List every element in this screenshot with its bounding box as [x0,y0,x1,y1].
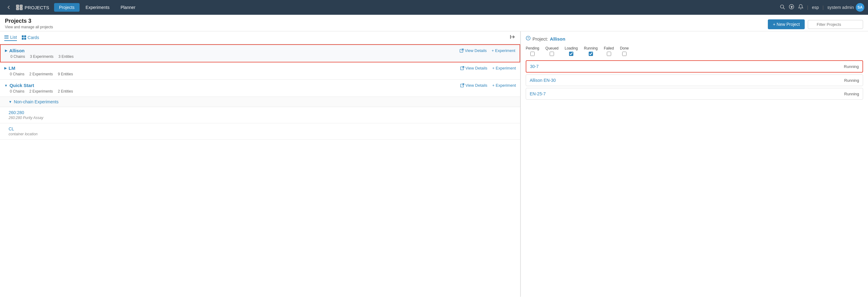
filter-pending-label: Pending [526,46,539,51]
svg-rect-10 [4,38,9,38]
project-name-lm[interactable]: LM [9,65,16,71]
collapse-panel-button[interactable] [510,34,516,41]
experiments-lm: 2 Experiments [29,72,53,76]
page-info: Projects 3 View and manage all projects [5,18,53,29]
project-meta-allison: 0 Chains 3 Experiments 3 Entities [10,54,515,59]
view-details-allison[interactable]: View Details [460,48,487,53]
view-details-lm[interactable]: View Details [460,66,487,70]
filter-failed-checkbox[interactable] [607,52,611,56]
view-details-label-lm: View Details [465,66,487,70]
project-row-left-allison: ▶ Allison [5,48,25,53]
sub-section-nonchain: ▼ Non-chain Experiments [0,97,520,107]
project-list: ▶ Allison View Details [0,44,520,297]
project-row-header-lm: ▶ LM View Details [4,65,516,71]
svg-rect-8 [4,35,9,36]
project-row-lm: ▶ LM View Details [0,62,520,80]
app-header: PROJECTS Projects Experiments Planner ? … [0,0,868,15]
left-panel: List Cards [0,31,521,297]
project-actions-lm: View Details + Experiment [460,66,516,70]
filter-failed: Failed [604,46,614,56]
help-icon[interactable]: ? [789,4,794,11]
project-name-quickstart[interactable]: Quick Start [9,83,34,88]
add-experiment-allison[interactable]: + Experiment [492,48,515,53]
chevron-right-icon-allison[interactable]: ▶ [5,49,7,53]
app-logo: PROJECTS [16,5,49,10]
project-row-header-quickstart: ▼ Quick Start View Details [4,83,516,88]
add-experiment-lm[interactable]: + Experiment [492,66,516,70]
svg-line-22 [462,84,464,86]
right-panel-header: ? Project: Allison [526,36,863,42]
svg-line-20 [462,66,464,68]
exp-name-en-25-7: EN-25-7 [530,91,546,96]
experiment-list: 30-7 Running Allison EN-30 Running EN-25… [526,60,863,100]
filter-input[interactable] [808,20,863,29]
filter-done: Done [620,46,629,56]
avatar: SA [856,3,864,12]
experiments-allison: 3 Experiments [30,54,54,59]
chains-quickstart: 0 Chains [10,89,24,93]
exp-list-item-en-25-7[interactable]: EN-25-7 Running [526,88,863,100]
view-details-quickstart[interactable]: View Details [460,83,487,88]
filter-loading-checkbox[interactable] [569,52,574,56]
filter-done-checkbox[interactable] [622,52,626,56]
project-meta-lm: 0 Chains 2 Experiments 9 Entities [10,72,516,76]
filter-queued-checkbox[interactable] [550,52,554,56]
nav-experiments[interactable]: Experiments [81,3,115,12]
view-toggle: List Cards [0,31,520,44]
experiments-quickstart: 2 Experiments [29,89,53,93]
nav-planner[interactable]: Planner [116,3,140,12]
svg-rect-14 [24,37,26,39]
nav-separator: | [807,5,808,10]
back-button[interactable] [4,2,13,12]
exp-status-allison-en-30: Running [844,78,859,83]
entities-lm: 9 Entities [58,72,73,76]
bell-icon[interactable] [798,4,804,11]
sub-section-header-nonchain[interactable]: ▼ Non-chain Experiments [9,99,516,104]
view-details-label-quickstart: View Details [465,83,487,88]
project-row-quickstart: ▼ Quick Start View Details [0,80,520,97]
filter-wrap: ▼ [808,20,863,29]
experiment-name-cl[interactable]: CL [9,126,516,131]
add-experiment-label-lm: + Experiment [492,66,516,70]
nav-projects[interactable]: Projects [54,3,80,12]
tab-list[interactable]: List [4,35,17,41]
page-title: Projects 3 [5,18,53,24]
project-row-left-lm: ▶ LM [4,65,16,71]
new-project-button[interactable]: + New Project [768,19,805,29]
right-panel-help-icon[interactable]: ? [526,36,531,42]
view-details-label-allison: View Details [465,48,487,53]
exp-list-item-allison-en-30[interactable]: Allison EN-30 Running [526,74,863,86]
lang-separator: | [823,5,824,10]
filter-queued-label: Queued [546,46,559,51]
filter-running: Running [584,46,598,56]
project-name-allison[interactable]: Allison [9,48,25,53]
svg-rect-12 [24,35,26,37]
main-nav: Projects Experiments Planner [54,3,777,12]
tab-cards-label: Cards [28,35,39,40]
svg-rect-2 [16,8,19,10]
exp-list-item-30-7[interactable]: 30-7 Running [526,60,863,72]
chevron-down-icon-quickstart[interactable]: ▼ [4,84,8,87]
project-row-header-allison: ▶ Allison View Details [5,48,515,53]
chevron-right-icon-lm[interactable]: ▶ [4,66,7,70]
experiment-item-260280: 260:280 260:280 Purity Assay [0,107,520,123]
sub-section-name-nonchain: Non-chain Experiments [14,99,59,104]
svg-text:?: ? [527,37,529,40]
project-meta-quickstart: 0 Chains 2 Experiments 2 Entities [10,89,516,93]
svg-text:?: ? [790,5,793,8]
filter-pending-checkbox[interactable] [530,52,535,56]
tab-cards[interactable]: Cards [22,35,39,41]
project-row-left-quickstart: ▼ Quick Start [4,83,34,88]
entities-quickstart: 2 Entities [58,89,73,93]
user-menu[interactable]: system admin SA [828,3,864,12]
right-panel-project-name[interactable]: Allison [550,36,565,41]
svg-rect-0 [16,5,19,7]
exp-status-en-25-7: Running [844,92,859,96]
search-icon[interactable] [779,4,785,11]
exp-name-30-7: 30-7 [530,64,538,69]
add-experiment-quickstart[interactable]: + Experiment [492,83,516,88]
experiment-name-260280[interactable]: 260:280 [9,110,516,115]
filter-running-checkbox[interactable] [589,52,593,56]
view-tabs: List Cards [4,35,39,41]
entities-allison: 3 Entities [58,54,73,59]
